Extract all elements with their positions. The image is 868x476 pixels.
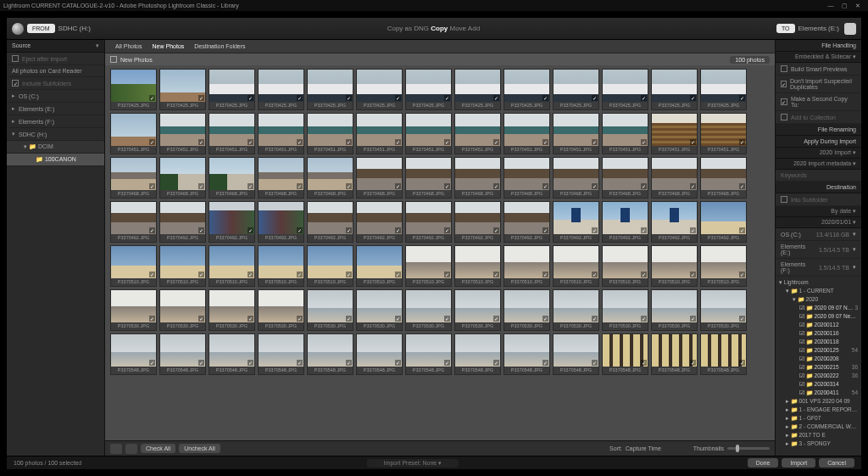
check-icon[interactable] bbox=[149, 139, 155, 145]
thumbnail-cell[interactable]: P3370425.JPG bbox=[651, 69, 698, 110]
destination-folder[interactable]: ☑ 📁 20200112 bbox=[779, 321, 858, 329]
check-icon[interactable] bbox=[493, 139, 499, 145]
thumbnail-cell[interactable]: P3370451.JPG bbox=[602, 113, 648, 154]
thumbnail-cell[interactable]: P3370548.JPG bbox=[454, 333, 501, 375]
smart-previews[interactable]: Build Smart Previews bbox=[776, 63, 861, 76]
thumbnail-size-slider[interactable] bbox=[727, 447, 770, 450]
destination-folder[interactable]: ☑ 📁 20200118 bbox=[779, 338, 858, 346]
check-icon[interactable] bbox=[641, 183, 647, 189]
check-icon[interactable] bbox=[592, 95, 598, 101]
check-icon[interactable] bbox=[739, 183, 745, 189]
check-icon[interactable] bbox=[198, 272, 204, 277]
thumbnail-cell[interactable]: P3370548.JPG bbox=[602, 333, 648, 375]
thumbnail-cell[interactable]: P3370468.JPG bbox=[504, 157, 550, 199]
grid-view-icon[interactable] bbox=[110, 444, 122, 454]
thumbnail-cell[interactable]: P3370492.JPG bbox=[159, 201, 206, 243]
thumbnail-cell[interactable]: P3370468.JPG bbox=[258, 157, 304, 199]
filter-dest[interactable]: Destination Folders bbox=[189, 43, 250, 49]
thumbnail-cell[interactable]: P3370451.JPG bbox=[209, 113, 255, 154]
check-icon[interactable] bbox=[542, 95, 548, 101]
thumbnail-cell[interactable]: P3370548.JPG bbox=[110, 333, 157, 375]
thumbnail-cell[interactable]: P3370510.JPG bbox=[110, 245, 157, 287]
checkbox-icon[interactable] bbox=[781, 65, 787, 72]
check-icon[interactable] bbox=[444, 316, 450, 322]
check-icon[interactable] bbox=[198, 183, 204, 189]
check-icon[interactable] bbox=[395, 227, 401, 233]
thumbnail-cell[interactable]: P3370492.JPG bbox=[553, 201, 599, 243]
thumbnail-cell[interactable]: P3370451.JPG bbox=[651, 113, 698, 154]
check-icon[interactable] bbox=[395, 139, 401, 145]
to-device[interactable]: Elements (E:) bbox=[798, 25, 839, 32]
check-icon[interactable] bbox=[739, 95, 745, 101]
thumbnail-cell[interactable]: P3370451.JPG bbox=[110, 113, 157, 154]
check-icon[interactable] bbox=[248, 360, 253, 366]
check-icon[interactable] bbox=[542, 139, 548, 145]
import-preset[interactable]: Import Preset: None ▾ bbox=[367, 459, 459, 468]
thumbnail-cell[interactable]: P3370530.JPG bbox=[110, 289, 157, 331]
thumbnail-cell[interactable]: P3370548.JPG bbox=[405, 333, 452, 375]
check-icon[interactable] bbox=[641, 272, 647, 277]
check-icon[interactable] bbox=[739, 227, 745, 233]
check-icon[interactable] bbox=[198, 227, 204, 233]
check-icon[interactable] bbox=[641, 316, 647, 322]
check-icon[interactable] bbox=[444, 139, 450, 145]
thumbnail-cell[interactable]: P3370468.JPG bbox=[700, 157, 747, 199]
thumbnail-cell[interactable]: P3370548.JPG bbox=[209, 333, 255, 375]
thumbnail-cell[interactable]: P3370451.JPG bbox=[700, 113, 747, 154]
check-icon[interactable] bbox=[346, 227, 352, 233]
destination-folder[interactable]: 54☑ 📁 20200125 bbox=[779, 346, 858, 355]
thumbnail-cell[interactable]: P3370425.JPG bbox=[454, 69, 501, 110]
destination-folder[interactable]: ☑ 📁 20200314 bbox=[779, 380, 858, 389]
check-icon[interactable] bbox=[346, 272, 352, 277]
metadata-preset[interactable]: 2020 import metadata ▾ bbox=[776, 159, 861, 170]
thumbnail-cell[interactable]: P3370530.JPG bbox=[258, 289, 304, 331]
check-icon[interactable] bbox=[297, 139, 303, 145]
thumbnail-cell[interactable]: P3370425.JPG bbox=[159, 69, 206, 110]
import-mode-selector[interactable]: Copy as DNG Copy Move Add bbox=[91, 25, 776, 32]
thumbnail-cell[interactable]: P3370510.JPG bbox=[553, 245, 599, 287]
check-icon[interactable] bbox=[690, 272, 696, 277]
check-icon[interactable] bbox=[444, 360, 450, 366]
thumbnail-cell[interactable]: P3370492.JPG bbox=[700, 201, 747, 243]
thumbnail-cell[interactable]: P3370468.JPG bbox=[602, 157, 648, 199]
check-icon[interactable] bbox=[739, 316, 745, 322]
thumbnail-cell[interactable]: P3370548.JPG bbox=[504, 333, 550, 375]
source-folder-selected[interactable]: 📁 100CANON bbox=[7, 154, 104, 166]
develop-settings[interactable]: 2020 Import ▾ bbox=[776, 148, 861, 159]
check-all-button[interactable]: Check All bbox=[141, 444, 175, 453]
check-icon[interactable] bbox=[149, 272, 155, 277]
thumbnail-cell[interactable]: P3370530.JPG bbox=[700, 289, 747, 331]
check-icon[interactable] bbox=[542, 183, 548, 189]
check-icon[interactable] bbox=[297, 316, 303, 322]
check-icon[interactable] bbox=[297, 227, 303, 233]
second-copy[interactable]: Make a Second Copy To: bbox=[776, 93, 861, 111]
thumbnail-cell[interactable]: P3370451.JPG bbox=[553, 113, 599, 154]
destination-tree[interactable]: ▾ Lightroom▾ 📁 1 - CURRENT▾ 📁 20203☑ 📁 2… bbox=[776, 277, 861, 456]
build-previews[interactable]: Embedded & Sidecar ▾ bbox=[776, 52, 861, 63]
thumbnail-cell[interactable]: P3370468.JPG bbox=[356, 157, 403, 199]
check-icon[interactable] bbox=[641, 360, 647, 366]
thumbnail-cell[interactable]: P3370510.JPG bbox=[307, 245, 353, 287]
source-volume[interactable]: ▸ OS (C:) bbox=[7, 90, 104, 103]
check-icon[interactable] bbox=[198, 316, 204, 322]
thumbnail-cell[interactable]: P3370530.JPG bbox=[159, 289, 206, 331]
thumbnail-cell[interactable]: P3370468.JPG bbox=[110, 157, 157, 199]
check-icon[interactable] bbox=[592, 316, 598, 322]
check-icon[interactable] bbox=[395, 183, 401, 189]
thumbnail-cell[interactable]: P3370548.JPG bbox=[553, 333, 599, 375]
check-icon[interactable] bbox=[198, 360, 204, 366]
check-icon[interactable] bbox=[346, 183, 352, 189]
thumbnail-cell[interactable]: P3370510.JPG bbox=[700, 245, 747, 287]
check-icon[interactable] bbox=[542, 360, 548, 366]
thumbnail-cell[interactable]: P3370548.JPG bbox=[700, 333, 747, 375]
thumbnail-cell[interactable]: P3370510.JPG bbox=[454, 245, 501, 287]
thumbnail-cell[interactable]: P3370530.JPG bbox=[504, 289, 550, 331]
destination-folder[interactable]: ▸ 📁 2017 TO E bbox=[779, 431, 858, 440]
thumbnail-cell[interactable]: P3370492.JPG bbox=[209, 201, 255, 243]
checkbox-icon[interactable] bbox=[12, 55, 19, 62]
thumbnail-cell[interactable]: P3370548.JPG bbox=[159, 333, 206, 375]
thumbnail-cell[interactable]: P3370451.JPG bbox=[405, 113, 452, 154]
checkbox-icon[interactable] bbox=[781, 81, 787, 87]
destination-folder[interactable]: ▸ 📁 1 - GF07 bbox=[779, 414, 858, 423]
check-icon[interactable] bbox=[493, 95, 499, 101]
